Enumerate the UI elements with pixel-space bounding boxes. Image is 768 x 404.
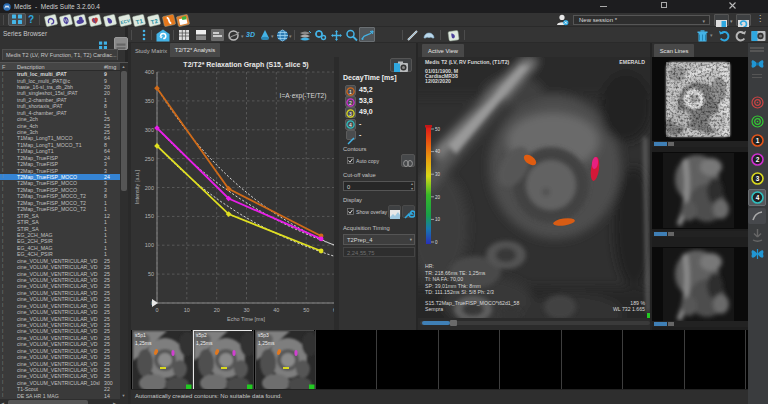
svg-text:1: 1: [349, 88, 352, 94]
svg-text:S15.T2Map_TrueFISP_MOCO*t62d1_: S15.T2Map_TrueFISP_MOCO*t62d1_58: [425, 300, 519, 306]
svg-text:30: 30: [243, 307, 249, 313]
svg-text:100: 100: [145, 242, 154, 248]
svg-text:1,25ms: 1,25ms: [196, 340, 213, 346]
svg-text:250: 250: [145, 156, 154, 162]
svg-text:20: 20: [214, 307, 220, 313]
svg-text:30: 30: [435, 172, 441, 177]
svg-text:TD: 111.152ms SI: 5/8 Ph: 2/3: TD: 111.152ms SI: 5/8 Ph: 2/3: [425, 289, 494, 295]
svg-text:50: 50: [303, 307, 309, 313]
svg-text:12/02/2020: 12/02/2020: [425, 78, 451, 84]
svg-text:s5p2: s5p2: [196, 332, 207, 338]
svg-text:1: 1: [755, 137, 759, 144]
svg-text:300: 300: [145, 127, 154, 133]
svg-text:10: 10: [435, 217, 441, 222]
svg-text:SP: 39,01mm Thk: 8mm: SP: 39,01mm Thk: 8mm: [425, 283, 481, 289]
svg-text:Echo Time [ms]: Echo Time [ms]: [227, 316, 265, 322]
svg-text:10: 10: [184, 307, 190, 313]
svg-text:Intensity [a.u.]: Intensity [a.u.]: [134, 169, 140, 204]
svg-text:2: 2: [755, 156, 759, 163]
svg-text:50: 50: [435, 127, 441, 132]
svg-text:350: 350: [145, 98, 154, 104]
svg-text:WL 732 1.665: WL 732 1.665: [613, 306, 645, 312]
svg-text:T2/T2* Relaxation Graph (S15,: T2/T2* Relaxation Graph (S15, slice 5): [183, 61, 308, 69]
svg-text:s5p1: s5p1: [135, 332, 146, 338]
svg-text:TR: 218,66ms TE: 1,25ms: TR: 218,66ms TE: 1,25ms: [425, 270, 486, 276]
svg-text:4: 4: [349, 122, 352, 128]
svg-text:2: 2: [349, 99, 352, 105]
svg-text:HR:: HR:: [425, 263, 434, 269]
svg-text:Sempra: Sempra: [425, 306, 443, 312]
svg-text:50: 50: [148, 271, 154, 277]
svg-text:0: 0: [155, 307, 158, 313]
svg-text:200: 200: [145, 185, 154, 191]
svg-text:40: 40: [273, 307, 279, 313]
svg-text:3: 3: [755, 175, 759, 182]
svg-text:20: 20: [435, 195, 441, 200]
svg-text:189 %: 189 %: [630, 300, 645, 306]
svg-text:s5p3: s5p3: [258, 332, 269, 338]
svg-text:Medis T2 (LV, RV Function, (T: Medis T2 (LV, RV Function, (T1/T2): [425, 59, 510, 65]
svg-text:4: 4: [755, 194, 759, 201]
svg-text:1,25ms: 1,25ms: [258, 340, 275, 346]
svg-text:I=A·exp(-TE/T2): I=A·exp(-TE/T2): [280, 92, 327, 100]
svg-text:EMERALD: EMERALD: [619, 59, 645, 65]
svg-text:1,25ms: 1,25ms: [135, 340, 152, 346]
svg-text:3: 3: [349, 111, 352, 117]
svg-text:TI: NA FA: 70,00: TI: NA FA: 70,00: [425, 276, 463, 282]
svg-text:400: 400: [145, 69, 154, 75]
svg-text:40: 40: [435, 149, 441, 154]
svg-text:150: 150: [145, 213, 154, 219]
